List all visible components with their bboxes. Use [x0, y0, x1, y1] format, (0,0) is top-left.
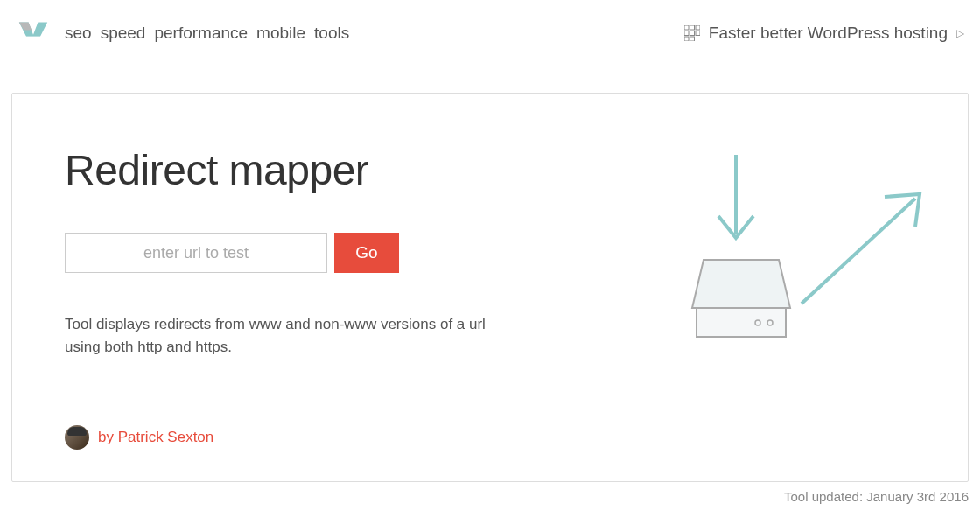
svg-line-12	[802, 199, 915, 304]
svg-rect-0	[18, 37, 49, 49]
header: seo speed performance mobile tools Faste…	[0, 0, 980, 66]
svg-rect-7	[684, 37, 689, 41]
input-row: Go	[65, 233, 520, 273]
page-title: Redirect mapper	[65, 146, 520, 194]
grid-icon[interactable]	[684, 25, 700, 41]
nav-speed[interactable]: speed	[101, 24, 146, 43]
svg-rect-4	[684, 31, 689, 36]
svg-rect-5	[690, 31, 694, 36]
author-link[interactable]: by Patrick Sexton	[98, 429, 214, 446]
footer-updated: Tool updated: January 3rd 2016	[784, 489, 969, 504]
chevron-right-icon: ▷	[956, 27, 964, 39]
header-left: seo speed performance mobile tools	[18, 17, 349, 49]
main-card: Redirect mapper Go Tool displays redirec…	[11, 93, 969, 482]
nav-links: seo speed performance mobile tools	[65, 24, 349, 43]
header-right: Faster better WordPress hosting ▷	[684, 24, 964, 43]
svg-rect-2	[690, 25, 694, 30]
nav-seo[interactable]: seo	[65, 24, 92, 43]
nav-tools[interactable]: tools	[314, 24, 349, 43]
svg-rect-1	[684, 25, 689, 30]
svg-rect-3	[696, 25, 700, 30]
logo-icon[interactable]	[18, 17, 49, 49]
promo-link[interactable]: Faster better WordPress hosting	[709, 24, 948, 43]
author-avatar	[65, 425, 89, 450]
svg-rect-8	[690, 37, 694, 41]
tool-description: Tool displays redirects from www and non…	[65, 313, 520, 358]
right-column	[583, 146, 915, 419]
nav-performance[interactable]: performance	[154, 24, 248, 43]
card-content: Redirect mapper Go Tool displays redirec…	[65, 146, 915, 419]
url-input[interactable]	[65, 233, 327, 273]
nav-mobile[interactable]: mobile	[256, 24, 305, 43]
left-column: Redirect mapper Go Tool displays redirec…	[65, 146, 520, 419]
server-redirect-illustration	[618, 137, 950, 417]
go-button[interactable]: Go	[334, 233, 399, 273]
author-row: by Patrick Sexton	[65, 425, 214, 450]
svg-rect-6	[696, 31, 700, 36]
